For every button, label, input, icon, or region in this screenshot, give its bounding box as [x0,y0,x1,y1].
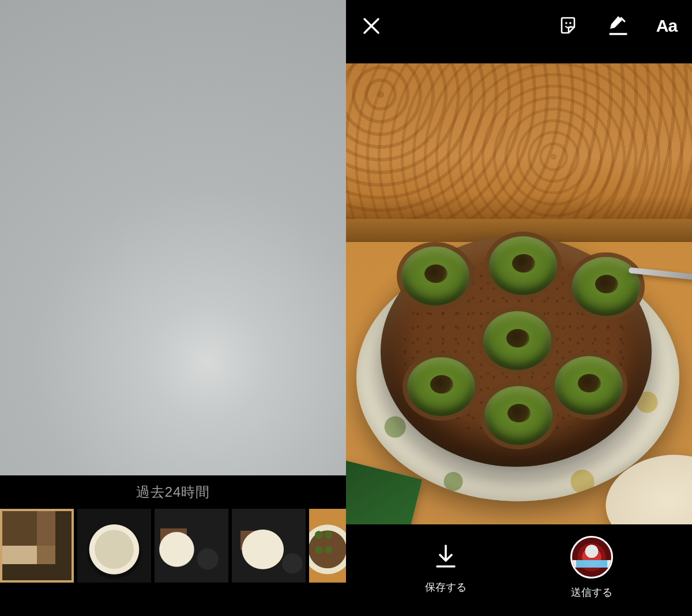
save-label: 保存する [425,580,467,594]
gallery-thumb-bento[interactable] [0,509,74,583]
download-icon [430,541,462,573]
send-label: 送信する [571,585,612,599]
gallery-thumb-escargot[interactable] [309,509,346,583]
editor-tools: Aa [557,13,679,39]
save-button[interactable]: 保存する [425,541,467,594]
photo-escargot-cup [489,236,557,295]
recipient-avatar [570,536,613,579]
gallery-thumbnail-row[interactable] [0,509,346,616]
gallery-thumb-meal-set2[interactable] [232,509,306,583]
photo-escargot-cup [483,311,551,370]
gallery-section-header: 過去24時間 [0,475,346,509]
gallery-thumb-meal-set1[interactable] [155,509,228,583]
photo-escargot-cup [484,386,552,445]
recent-24h-label: 過去24時間 [136,483,210,501]
svg-point-2 [565,22,567,24]
send-button[interactable]: 送信する [570,536,613,599]
photo-escargot-cup [407,357,475,416]
sticker-button[interactable] [557,13,582,39]
editor-top-bar: Aa [346,0,692,52]
story-gallery-panel: 過去24時間 [0,0,346,616]
photo-escargot-cup [401,247,469,305]
story-editor-panel: Aa [346,0,692,616]
gallery-thumb-bowl[interactable] [77,509,151,583]
text-button[interactable]: Aa [654,13,679,39]
sticker-icon [559,16,580,36]
draw-icon [608,14,629,37]
photo-escargot-cup [572,257,640,316]
gallery-preview-area[interactable] [0,0,346,475]
svg-point-3 [569,22,571,24]
close-icon [363,17,380,35]
photo-background-wall [346,63,692,219]
close-button[interactable] [359,13,384,39]
draw-button[interactable] [606,13,631,39]
story-image-canvas[interactable] [346,63,692,524]
editor-bottom-bar: 保存する 送信する [346,525,692,616]
photo-escargot-cup [555,356,623,415]
text-icon: Aa [656,16,677,36]
